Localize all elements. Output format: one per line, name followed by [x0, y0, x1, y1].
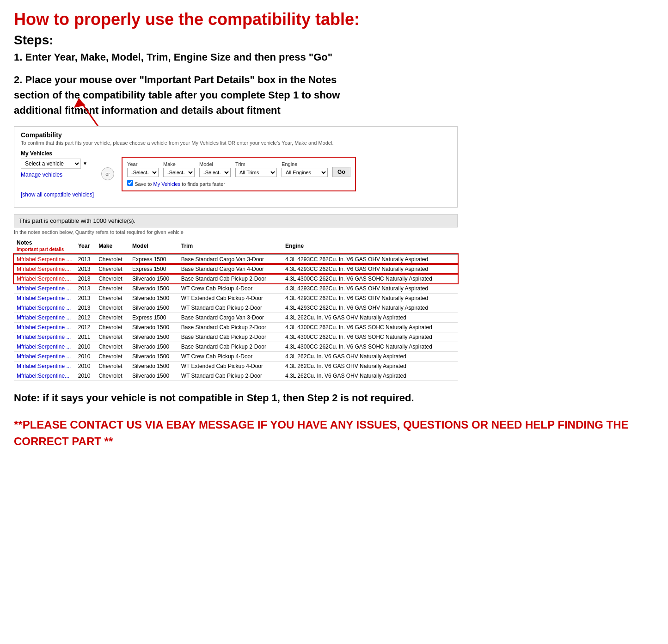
show-all-link[interactable]: [show all compatible vehicles] — [21, 191, 94, 198]
notes-cell[interactable]: Mfrlabel:Serpentine ... — [14, 283, 75, 293]
engine-cell: 4.3L 262Cu. In. V6 GAS OHV Naturally Asp… — [282, 351, 458, 361]
my-vehicles-link[interactable]: My Vehicles — [153, 181, 181, 187]
model-cell: Silverado 1500 — [129, 322, 178, 332]
main-title: How to properly use the compatibility ta… — [14, 9, 654, 29]
trim-select[interactable]: All Trims — [235, 168, 277, 177]
compat-subtitle: To confirm that this part fits your vehi… — [21, 140, 451, 146]
trim-cell: Base Standard Cargo Van 3-Door — [178, 313, 282, 322]
notes-cell[interactable]: Mfrlabel:Serpentine ... — [14, 332, 75, 342]
table-row: Mfrlabel:Serpentine ...2010ChevroletSilv… — [14, 361, 458, 371]
model-field: Model -Select- — [199, 161, 231, 177]
col-header-year: Year — [75, 238, 96, 255]
year-cell: 2013 — [75, 283, 96, 293]
notes-cell[interactable]: Mfrlabel:Serpentine ... — [14, 322, 75, 332]
quantity-note: In the notes section below, Quantity ref… — [14, 229, 458, 235]
notes-cell[interactable]: Mfrlabel:Serpentine.... — [14, 264, 75, 274]
compat-title: Compatibility — [21, 131, 451, 139]
year-cell: 2013 — [75, 254, 96, 264]
make-cell: Chevrolet — [96, 322, 129, 332]
trim-cell: WT Extended Cab Pickup 4-Door — [178, 361, 282, 371]
engine-cell: 4.3L 4300CC 262Cu. In. V6 GAS SOHC Natur… — [282, 322, 458, 332]
engine-label: Engine — [282, 161, 328, 167]
engine-cell: 4.3L 262Cu. In. V6 GAS OHV Naturally Asp… — [282, 371, 458, 380]
engine-cell: 4.3L 4293CC 262Cu. In. V6 GAS OHV Natura… — [282, 264, 458, 274]
table-row: Mfrlabel:Serpentine ...2010ChevroletSilv… — [14, 351, 458, 361]
save-checkbox[interactable] — [127, 180, 133, 186]
manage-vehicles-link[interactable]: Manage vehicles — [21, 172, 94, 178]
notes-cell[interactable]: Mfrlabel:Serpentine ... — [14, 342, 75, 351]
make-cell: Chevrolet — [96, 342, 129, 351]
notes-cell[interactable]: Mfrlabel:Serpentine ... — [14, 351, 75, 361]
year-field: Year -Select- — [127, 161, 159, 177]
engine-cell: 4.3L 262Cu. In. V6 GAS OHV Naturally Asp… — [282, 361, 458, 371]
make-cell: Chevrolet — [96, 283, 129, 293]
notes-cell[interactable]: Mfrlabel:Serpentine.... — [14, 274, 75, 283]
notes-cell[interactable]: Mfrlabel:Serpentine ... — [14, 303, 75, 313]
year-cell: 2012 — [75, 322, 96, 332]
model-cell: Express 1500 — [129, 254, 178, 264]
notes-cell[interactable]: Mfrlabel:Serpentine ... — [14, 293, 75, 303]
model-cell: Express 1500 — [129, 264, 178, 274]
table-row: Mfrlabel:Serpentine ...2012ChevroletExpr… — [14, 313, 458, 322]
year-select[interactable]: -Select- — [127, 168, 159, 177]
model-cell: Silverado 1500 — [129, 274, 178, 283]
engine-cell: 4.3L 4300CC 262Cu. In. V6 GAS SOHC Natur… — [282, 274, 458, 283]
notes-cell[interactable]: Mfrlabel:Serpentine ... — [14, 313, 75, 322]
make-cell: Chevrolet — [96, 313, 129, 322]
make-cell: Chevrolet — [96, 293, 129, 303]
table-row: Mfrlabel:Serpentine ...2013ChevroletSilv… — [14, 293, 458, 303]
year-cell: 2011 — [75, 332, 96, 342]
engine-cell: 4.3L 4300CC 262Cu. In. V6 GAS SOHC Natur… — [282, 332, 458, 342]
trim-cell: Base Standard Cab Pickup 2-Door — [178, 274, 282, 283]
table-row: Mfrlabel:Serpentine ...2012ChevroletSilv… — [14, 322, 458, 332]
engine-cell: 4.3L 4293CC 262Cu. In. V6 GAS OHV Natura… — [282, 283, 458, 293]
engine-cell: 4.3L 4300CC 262Cu. In. V6 GAS SOHC Natur… — [282, 342, 458, 351]
model-cell: Silverado 1500 — [129, 351, 178, 361]
table-row: Mfrlabel:Serpentine ...2013ChevroletSilv… — [14, 303, 458, 313]
make-cell: Chevrolet — [96, 351, 129, 361]
contact-text: **PLEASE CONTACT US VIA EBAY MESSAGE IF … — [14, 417, 654, 450]
my-vehicles-section: My Vehicles Select a vehicle ▼ Manage ve… — [21, 150, 94, 198]
notes-cell[interactable]: Mfrlabel:Serpentine ... — [14, 361, 75, 371]
make-cell: Chevrolet — [96, 361, 129, 371]
save-row: Save to My Vehicles to finds parts faste… — [127, 180, 350, 187]
engine-field: Engine All Engines — [282, 161, 328, 177]
engine-cell: 4.3L 262Cu. In. V6 GAS OHV Naturally Asp… — [282, 313, 458, 322]
model-label: Model — [199, 161, 231, 167]
year-cell: 2010 — [75, 371, 96, 380]
make-cell: Chevrolet — [96, 274, 129, 283]
notes-cell[interactable]: Mfrlabel:Serpentine... — [14, 371, 75, 380]
year-cell: 2010 — [75, 342, 96, 351]
trim-cell: WT Standard Cab Pickup 2-Door — [178, 303, 282, 313]
make-field: Make -Select- — [163, 161, 195, 177]
table-row: Mfrlabel:Serpentine ...2010ChevroletSilv… — [14, 342, 458, 351]
year-cell: 2013 — [75, 303, 96, 313]
compatibility-table: Notes Important part details Year Make M… — [14, 238, 458, 381]
trim-cell: Base Standard Cab Pickup 2-Door — [178, 342, 282, 351]
col-header-model: Model — [129, 238, 178, 255]
trim-cell: WT Crew Cab Pickup 4-Door — [178, 351, 282, 361]
make-label: Make — [163, 161, 195, 167]
step2-text: 2. Place your mouse over "Important Part… — [14, 72, 654, 118]
year-cell: 2010 — [75, 351, 96, 361]
notes-cell[interactable]: Mfrlabel:Serpentine .... — [14, 254, 75, 264]
vehicle-select-dropdown[interactable]: Select a vehicle — [21, 159, 81, 169]
step1-text: 1. Enter Year, Make, Model, Trim, Engine… — [14, 50, 654, 65]
model-cell: Silverado 1500 — [129, 371, 178, 380]
go-button[interactable]: Go — [332, 167, 350, 177]
year-cell: 2010 — [75, 361, 96, 371]
dropdown-arrow-icon: ▼ — [83, 161, 87, 166]
make-cell: Chevrolet — [96, 332, 129, 342]
steps-label: Steps: — [14, 33, 654, 48]
engine-select[interactable]: All Engines — [282, 168, 328, 177]
col-header-make: Make — [96, 238, 129, 255]
make-select[interactable]: -Select- — [163, 168, 195, 177]
model-cell: Silverado 1500 — [129, 303, 178, 313]
table-row: Mfrlabel:Serpentine ...2011ChevroletSilv… — [14, 332, 458, 342]
trim-cell: Base Standard Cargo Van 3-Door — [178, 254, 282, 264]
col-header-notes: Notes Important part details — [14, 238, 75, 255]
or-divider: or — [101, 167, 114, 180]
model-select[interactable]: -Select- — [199, 168, 231, 177]
ymm-row: Year -Select- Make -Select- Model — [127, 161, 350, 177]
model-cell: Silverado 1500 — [129, 361, 178, 371]
